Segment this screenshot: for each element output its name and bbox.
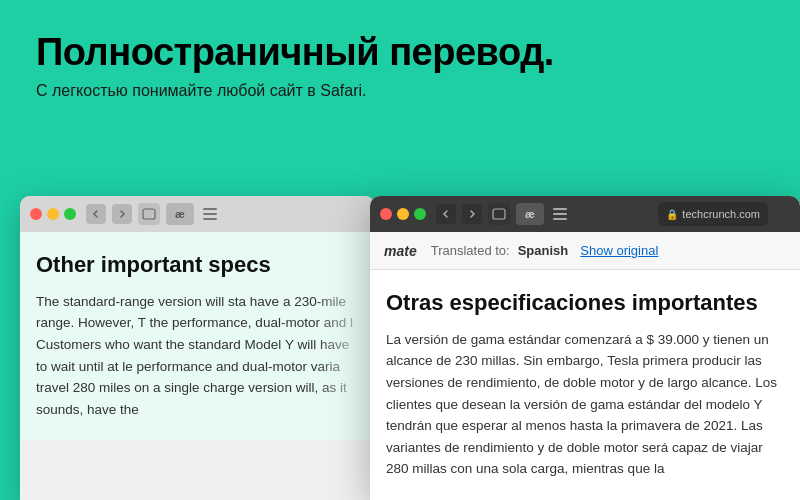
tab-button-left[interactable] [138,203,160,225]
menu-line-r1 [553,208,567,210]
content-area-right: Otras especificaciones importantes La ve… [370,270,800,500]
menu-line-r3 [553,218,567,220]
traffic-lights-left [30,208,76,220]
menu-line-3 [203,218,217,220]
menu-button-left[interactable] [200,204,220,224]
menu-button-right[interactable] [550,204,570,224]
nav-forward-left[interactable] [112,204,132,224]
main-title: Полностраничный перевод. [36,32,764,74]
traffic-light-red-left[interactable] [30,208,42,220]
ae-badge-right: æ [516,203,544,225]
ae-badge-left: æ [166,203,194,225]
menu-line-1 [203,208,217,210]
nav-back-left[interactable] [86,204,106,224]
nav-back-right[interactable] [436,204,456,224]
content-heading-left: Other important specs [36,252,359,278]
traffic-light-red-right[interactable] [380,208,392,220]
traffic-light-yellow-left[interactable] [47,208,59,220]
url-text: techcrunch.com [682,208,760,220]
svg-rect-0 [143,209,155,219]
svg-rect-1 [493,209,505,219]
browser-left: æ Other important specs The standard-ran… [20,196,375,500]
mate-logo: mate [384,243,417,259]
translated-to-label: Translated to: [431,243,510,258]
traffic-light-green-right[interactable] [414,208,426,220]
show-original-link[interactable]: Show original [580,243,658,258]
hero-section: Полностраничный перевод. С легкостью пон… [0,0,800,120]
titlebar-left: æ [20,196,375,232]
browser-right: æ 🔒 techcrunch.com mate Translated to: S… [370,196,800,500]
content-text-right: La versión de gama estándar comenzará a … [386,329,784,480]
titlebar-right: æ 🔒 techcrunch.com [370,196,800,232]
browsers-container: æ Other important specs The standard-ran… [20,196,800,500]
traffic-light-green-left[interactable] [64,208,76,220]
traffic-lights-right [380,208,426,220]
content-area-left: Other important specs The standard-range… [20,232,375,440]
menu-line-r2 [553,213,567,215]
url-bar[interactable]: 🔒 techcrunch.com [658,202,768,226]
nav-forward-right[interactable] [462,204,482,224]
lock-icon: 🔒 [666,209,678,220]
tab-button-right[interactable] [488,203,510,225]
content-wrapper-left: Other important specs The standard-range… [20,232,375,440]
translated-language: Spanish [518,243,569,258]
content-heading-right: Otras especificaciones importantes [386,290,784,316]
content-text-left: The standard-range version will sta have… [36,291,359,421]
translation-bar: mate Translated to: Spanish Show origina… [370,232,800,270]
traffic-light-yellow-right[interactable] [397,208,409,220]
subtitle: С легкостью понимайте любой сайт в Safar… [36,82,764,100]
menu-line-2 [203,213,217,215]
